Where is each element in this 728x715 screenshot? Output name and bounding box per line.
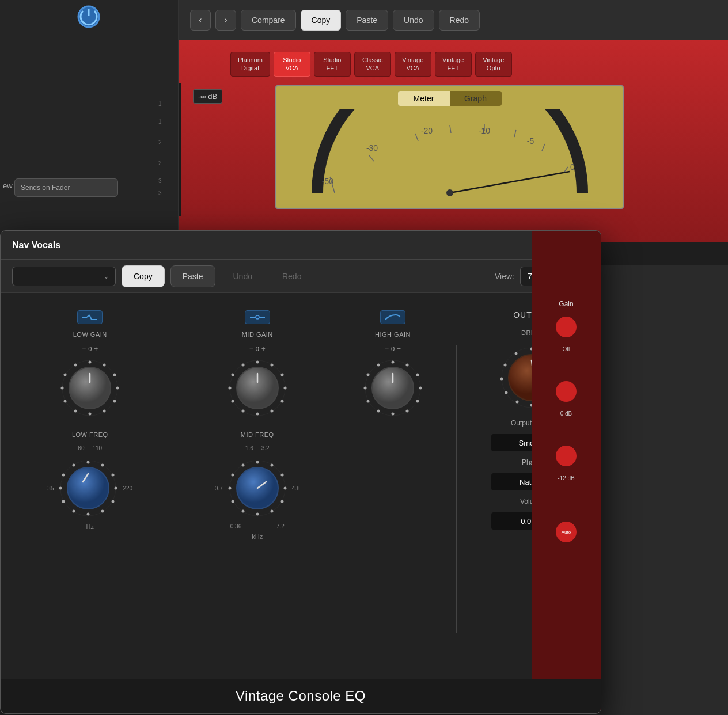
comp-type-platinum-digital[interactable]: PlatinumDigital	[230, 52, 270, 77]
low-freq-label: LOW FREQ	[72, 431, 108, 438]
svg-point-73	[283, 487, 286, 490]
svg-point-45	[73, 510, 75, 513]
undo-button-top[interactable]: Undo	[393, 10, 434, 31]
mid-gain-toggle[interactable]	[245, 310, 270, 324]
svg-point-88	[419, 387, 422, 390]
dropdown-chevron-icon: ⌄	[103, 272, 109, 280]
low-gain-scale: − 0 +	[82, 345, 98, 353]
svg-point-46	[62, 500, 65, 503]
plugin-footer: Vintage Console EQ	[1, 679, 601, 713]
paste-button-plugin[interactable]: Paste	[170, 265, 215, 287]
gain-minus12-button[interactable]	[556, 446, 577, 466]
svg-point-60	[270, 410, 273, 413]
high-gain-scale: − 0 +	[385, 345, 401, 353]
redo-button-top[interactable]: Redo	[439, 10, 480, 31]
mid-freq-outer-right: 4.8	[292, 485, 300, 492]
low-freq-knob[interactable]	[56, 457, 120, 520]
copy-button-top[interactable]: Copy	[301, 10, 342, 31]
comp-type-classic-vca[interactable]: ClassicVCA	[354, 52, 391, 77]
mid-gain-scale: − 0 +	[249, 345, 266, 353]
undo-button-plugin[interactable]: Undo	[221, 265, 264, 287]
svg-point-48	[62, 474, 65, 477]
low-gain-minus: −	[82, 345, 86, 353]
eq-area: LOW GAIN − 0 +	[1, 293, 601, 684]
auto-button[interactable]: Auto	[556, 522, 577, 542]
power-button-area[interactable]	[75, 3, 103, 31]
svg-point-91	[392, 413, 395, 416]
svg-point-55	[256, 361, 259, 364]
low-freq-outer-right: 220	[123, 485, 132, 492]
svg-point-63	[231, 400, 234, 403]
low-freq-knob-wrapper: 60 110 35	[47, 445, 132, 530]
svg-point-25	[113, 374, 116, 376]
graph-tab[interactable]: Graph	[450, 91, 502, 106]
mid-freq-outer-left: 0.7	[215, 485, 223, 492]
svg-line-14	[450, 172, 570, 193]
mid-gain-knob[interactable]	[226, 356, 289, 420]
svg-text:-20: -20	[420, 126, 432, 135]
mid-gain-knob-wrapper: − 0 +	[226, 345, 289, 420]
low-gain-knob[interactable]	[58, 356, 122, 420]
meter-tab[interactable]: Meter	[398, 91, 450, 106]
svg-point-29	[89, 413, 92, 416]
comp-type-studio-fet[interactable]: StudioFET	[314, 52, 351, 77]
svg-point-93	[367, 400, 370, 403]
high-gain-toggle[interactable]	[380, 310, 405, 324]
low-gain-value: 0	[88, 345, 92, 352]
svg-text:-5: -5	[526, 136, 534, 146]
copy-button-plugin[interactable]: Copy	[122, 265, 165, 287]
paste-button-top[interactable]: Paste	[346, 10, 388, 31]
svg-point-62	[241, 410, 244, 413]
compare-button[interactable]: Compare	[241, 10, 296, 31]
svg-point-61	[256, 413, 259, 416]
svg-point-28	[103, 410, 106, 413]
nav-forward-button[interactable]: ›	[215, 10, 236, 31]
plugin-subtoolbar: ⌄ Copy Paste Undo Redo View: 78%	[1, 260, 601, 293]
mid-freq-knob[interactable]	[226, 457, 289, 520]
low-gain-toggle[interactable]	[77, 310, 103, 324]
compressor-type-row: PlatinumDigital StudioVCA StudioFET Clas…	[230, 52, 512, 77]
svg-point-90	[406, 410, 409, 413]
gain-off-button[interactable]	[556, 317, 577, 337]
high-gain-band: HIGH GAIN − 0 +	[347, 310, 439, 667]
comp-type-vintage-vca[interactable]: VintageVCA	[395, 52, 431, 77]
plugin-titlebar: Nav Vocals	[1, 231, 601, 260]
svg-point-53	[256, 315, 259, 319]
svg-line-20	[89, 315, 92, 320]
high-gain-knob[interactable]	[361, 356, 424, 420]
mid-freq-label: MID FREQ	[241, 431, 274, 438]
low-freq-inner-labels: 60 110	[58, 445, 122, 451]
mid-freq-inner-labels: 1.6 3.2	[226, 445, 289, 451]
mid-gain-label: MID GAIN	[242, 331, 273, 338]
svg-point-80	[231, 474, 234, 477]
redo-button-plugin[interactable]: Redo	[270, 265, 313, 287]
preset-dropdown[interactable]: ⌄	[12, 267, 116, 286]
svg-line-8	[415, 134, 418, 141]
comp-type-studio-vca[interactable]: StudioVCA	[274, 52, 310, 77]
low-gain-knob-wrapper: − 0 +	[58, 345, 122, 420]
comp-type-vintage-fet[interactable]: VintageFET	[435, 52, 472, 77]
svg-point-85	[392, 361, 395, 364]
view-dropdown-label: ew	[3, 181, 13, 190]
mid-gain-band: MID GAIN − 0 +	[180, 310, 336, 667]
gain-sidebar-label: Gain	[559, 300, 573, 308]
svg-point-38	[87, 461, 90, 464]
svg-point-94	[364, 387, 367, 390]
nav-back-button[interactable]: ‹	[190, 10, 211, 31]
svg-point-81	[241, 464, 244, 467]
svg-text:-30: -30	[366, 143, 377, 153]
low-gain-band: LOW GAIN − 0 +	[12, 310, 168, 667]
gain-0db-button[interactable]	[556, 381, 577, 402]
sends-on-fader-dropdown[interactable]: Sends on Fader	[14, 178, 118, 197]
gain-minus12-label: -12 dB	[558, 475, 574, 481]
mid-freq-bottom-labels: 0.36 7.2	[226, 523, 289, 530]
svg-point-32	[61, 387, 64, 390]
high-gain-label: HIGH GAIN	[375, 331, 411, 338]
svg-point-27	[113, 400, 116, 403]
svg-line-11	[514, 130, 516, 137]
svg-point-79	[228, 487, 231, 490]
comp-type-vintage-opto[interactable]: VintageOpto	[475, 52, 512, 77]
low-gain-plus: +	[94, 345, 98, 353]
svg-point-111	[515, 352, 518, 355]
gain-off-label: Off	[562, 346, 570, 352]
